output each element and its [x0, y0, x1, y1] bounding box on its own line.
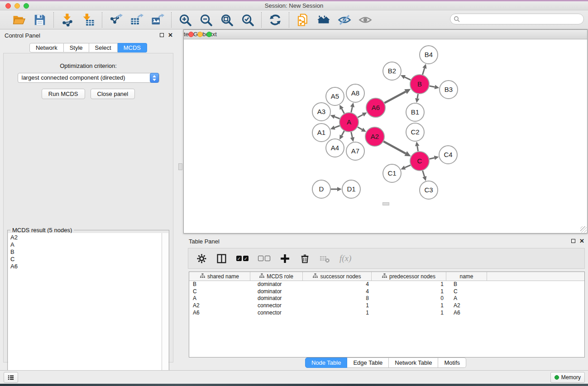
edge-C-C2[interactable] — [417, 146, 418, 152]
result-list-item[interactable]: C — [8, 256, 162, 263]
table-row[interactable]: Bdominator41B — [189, 281, 584, 288]
save-session-icon[interactable] — [33, 13, 47, 27]
tab-network[interactable]: Network — [29, 43, 64, 52]
table-cell[interactable]: 1 — [372, 302, 446, 310]
export-network-icon[interactable] — [109, 13, 123, 27]
zoom-traffic-light[interactable] — [24, 3, 29, 9]
table-cell[interactable]: A6 — [189, 310, 250, 317]
table-float-panel-icon[interactable] — [571, 239, 575, 243]
edge-A-A7[interactable] — [351, 132, 353, 137]
horizontal-splitter-handle[interactable] — [382, 202, 389, 205]
edge-A-A1[interactable] — [335, 126, 339, 128]
edge-A-A5[interactable] — [342, 109, 344, 113]
table-cell[interactable]: dominator — [250, 295, 303, 302]
column-header-name[interactable]: name — [446, 272, 487, 281]
zoom-in-icon[interactable] — [178, 13, 192, 27]
table-cell[interactable]: 4 — [303, 281, 372, 288]
table-row[interactable]: Cdominator41C — [189, 288, 584, 295]
edge-A2-C[interactable] — [383, 142, 406, 154]
delete-column-icon[interactable] — [300, 253, 310, 264]
table-cell[interactable]: 1 — [303, 302, 372, 310]
table-cell[interactable]: A2 — [189, 302, 250, 310]
table-cell[interactable]: 4 — [303, 288, 372, 295]
table-row[interactable]: Adominator80A — [189, 295, 584, 302]
column-header-MCDS-role[interactable]: MCDS role — [250, 272, 303, 281]
close-panel-icon[interactable]: ✕ — [168, 33, 173, 38]
table-cell[interactable]: B — [189, 281, 250, 288]
memory-button[interactable]: Memory — [550, 372, 585, 383]
edge-C-C1[interactable] — [405, 165, 411, 168]
export-image-icon[interactable] — [150, 13, 165, 27]
table-close-panel-icon[interactable]: ✕ — [579, 238, 584, 243]
result-list-item[interactable]: A6 — [8, 263, 162, 270]
table-cell[interactable]: A6 — [446, 310, 487, 317]
edge-A-A8[interactable] — [351, 107, 353, 112]
tab-mcds[interactable]: MCDS — [118, 43, 147, 52]
add-column-icon[interactable] — [280, 253, 290, 264]
table-cell[interactable]: A2 — [446, 302, 487, 310]
edge-A-A4[interactable] — [342, 131, 344, 135]
open-session-icon[interactable] — [12, 13, 26, 27]
result-list-scrollbar[interactable] — [162, 233, 168, 382]
app-titlebar[interactable]: Session: New Session — [0, 1, 588, 10]
edge-A-A3[interactable] — [335, 117, 339, 119]
search-input[interactable] — [450, 14, 584, 24]
column-layout-icon[interactable] — [216, 253, 227, 264]
deselect-all-checkboxes-icon[interactable] — [258, 256, 270, 261]
criterion-dropdown[interactable]: largest connected component (directed) — [18, 73, 159, 83]
table-row[interactable]: A2connector11A2 — [189, 302, 584, 310]
window-resize-grip[interactable] — [580, 226, 587, 233]
close-panel-button[interactable]: Close panel — [91, 89, 135, 99]
network-window-titlebar[interactable]: testGlobe.txt — [184, 30, 587, 39]
import-table-icon[interactable] — [81, 13, 96, 27]
edge-C-C4[interactable] — [429, 158, 434, 159]
hide-annotations-icon[interactable] — [337, 13, 352, 27]
tab-select[interactable]: Select — [89, 43, 118, 52]
vertical-splitter-handle[interactable] — [178, 163, 182, 170]
tab-style[interactable]: Style — [64, 43, 89, 52]
edge-C-C3[interactable] — [423, 171, 425, 176]
table-cell[interactable]: A — [446, 295, 487, 302]
zoom-fit-icon[interactable] — [220, 13, 234, 27]
edge-B-B4[interactable] — [422, 68, 424, 75]
table-cell[interactable]: 1 — [372, 310, 446, 317]
network-minimize-traffic-light[interactable] — [197, 32, 203, 37]
edge-A6-B[interactable] — [384, 92, 406, 103]
zoom-out-icon[interactable] — [199, 13, 213, 27]
tab-edge-table[interactable]: Edge Table — [347, 357, 389, 368]
table-row[interactable]: A6connector11A6 — [189, 310, 584, 317]
table-cell[interactable]: 1 — [372, 288, 446, 295]
zoom-selected-icon[interactable] — [240, 13, 255, 27]
table-cell[interactable]: A — [189, 295, 250, 302]
column-header-predecessor-nodes[interactable]: predecessor nodes — [372, 272, 446, 281]
edge-B-B3[interactable] — [430, 86, 435, 87]
show-eye-icon[interactable] — [358, 13, 373, 27]
mcds-result-list[interactable]: A2ABCA6 — [8, 233, 162, 382]
close-traffic-light[interactable] — [5, 3, 11, 9]
settings-gear-icon[interactable] — [196, 253, 207, 264]
result-list-item[interactable]: A — [8, 241, 162, 248]
dropdown-stepper-icon[interactable] — [150, 73, 159, 83]
export-table-icon[interactable] — [129, 13, 144, 27]
column-header-successor-nodes[interactable]: successor nodes — [303, 272, 372, 281]
open-network-file-icon[interactable] — [296, 13, 310, 27]
table-cell[interactable]: B — [446, 281, 487, 288]
home-icon[interactable] — [316, 13, 331, 27]
tab-motifs[interactable]: Motifs — [438, 357, 466, 368]
table-cell[interactable]: 0 — [372, 295, 446, 302]
table-cell[interactable]: C — [189, 288, 250, 295]
tab-node-table[interactable]: Node Table — [305, 357, 348, 368]
result-list-item[interactable]: B — [8, 248, 162, 256]
table-cell[interactable]: 1 — [372, 281, 446, 288]
table-cell[interactable]: C — [446, 288, 487, 295]
task-history-button[interactable] — [4, 372, 18, 383]
column-header-shared-name[interactable]: shared name — [189, 272, 250, 281]
result-list-item[interactable]: A2 — [8, 234, 162, 241]
table-cell[interactable]: dominator — [250, 288, 303, 295]
table-cell[interactable]: dominator — [250, 281, 303, 288]
network-close-traffic-light[interactable] — [188, 32, 194, 37]
table-cell[interactable]: 8 — [303, 295, 372, 302]
table-cell[interactable]: 1 — [303, 310, 372, 317]
tab-network-table[interactable]: Network Table — [389, 357, 438, 368]
refresh-icon[interactable] — [268, 13, 282, 27]
